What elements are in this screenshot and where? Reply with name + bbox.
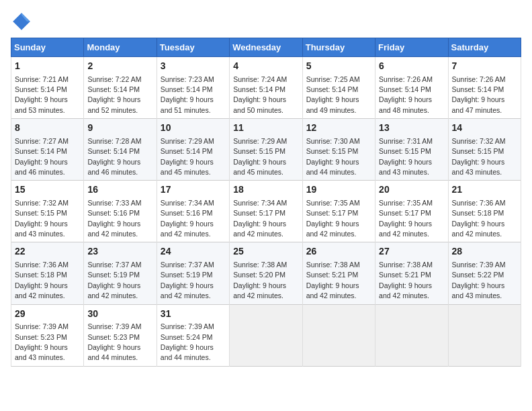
day-cell-12: 12 Sunrise: 7:30 AMSunset: 5:15 PMDaylig… — [302, 119, 375, 181]
day-cell-11: 11 Sunrise: 7:29 AMSunset: 5:15 PMDaylig… — [230, 119, 302, 181]
day-number: 3 — [161, 60, 226, 73]
day-cell-6: 6 Sunrise: 7:26 AMSunset: 5:14 PMDayligh… — [375, 57, 448, 119]
header-sunday: Sunday — [11, 38, 84, 57]
logo — [11, 11, 35, 32]
day-number: 16 — [87, 183, 152, 197]
day-info: Sunrise: 7:23 AMSunset: 5:14 PMDaylight:… — [161, 75, 214, 114]
day-number: 27 — [379, 245, 444, 259]
header-wednesday: Wednesday — [230, 38, 302, 57]
day-info: Sunrise: 7:36 AMSunset: 5:18 PMDaylight:… — [15, 261, 69, 300]
week-row-0: 1 Sunrise: 7:21 AMSunset: 5:14 PMDayligh… — [11, 57, 521, 119]
day-cell-14: 14 Sunrise: 7:32 AMSunset: 5:15 PMDaylig… — [448, 119, 521, 181]
day-number: 1 — [15, 60, 80, 73]
day-cell-23: 23 Sunrise: 7:37 AMSunset: 5:19 PMDaylig… — [84, 242, 157, 304]
day-info: Sunrise: 7:39 AMSunset: 5:22 PMDaylight:… — [452, 261, 506, 300]
empty-cell — [448, 304, 521, 366]
day-cell-21: 21 Sunrise: 7:36 AMSunset: 5:18 PMDaylig… — [448, 181, 521, 242]
empty-cell — [230, 304, 302, 366]
day-cell-22: 22 Sunrise: 7:36 AMSunset: 5:18 PMDaylig… — [11, 242, 84, 304]
day-info: Sunrise: 7:22 AMSunset: 5:14 PMDaylight:… — [87, 75, 141, 114]
day-info: Sunrise: 7:38 AMSunset: 5:21 PMDaylight:… — [379, 261, 433, 300]
header-friday: Friday — [375, 38, 448, 57]
day-info: Sunrise: 7:39 AMSunset: 5:23 PMDaylight:… — [15, 322, 69, 361]
empty-cell — [375, 304, 448, 366]
day-number: 25 — [233, 245, 298, 259]
day-number: 24 — [161, 245, 226, 259]
day-info: Sunrise: 7:24 AMSunset: 5:14 PMDaylight:… — [233, 75, 287, 114]
day-cell-24: 24 Sunrise: 7:37 AMSunset: 5:19 PMDaylig… — [157, 242, 229, 304]
day-info: Sunrise: 7:39 AMSunset: 5:24 PMDaylight:… — [161, 322, 214, 361]
week-row-3: 22 Sunrise: 7:36 AMSunset: 5:18 PMDaylig… — [11, 242, 521, 304]
day-info: Sunrise: 7:25 AMSunset: 5:14 PMDaylight:… — [306, 75, 360, 114]
day-number: 11 — [233, 122, 298, 135]
empty-cell — [302, 304, 375, 366]
day-number: 31 — [161, 308, 226, 321]
day-number: 10 — [161, 122, 226, 135]
calendar-table: SundayMondayTuesdayWednesdayThursdayFrid… — [11, 38, 521, 367]
calendar-header: SundayMondayTuesdayWednesdayThursdayFrid… — [11, 38, 521, 57]
day-info: Sunrise: 7:37 AMSunset: 5:19 PMDaylight:… — [161, 261, 214, 300]
day-info: Sunrise: 7:37 AMSunset: 5:19 PMDaylight:… — [87, 261, 141, 300]
day-number: 20 — [379, 183, 444, 197]
day-info: Sunrise: 7:30 AMSunset: 5:15 PMDaylight:… — [306, 137, 360, 176]
day-number: 29 — [15, 308, 80, 321]
day-cell-15: 15 Sunrise: 7:32 AMSunset: 5:15 PMDaylig… — [11, 181, 84, 242]
day-info: Sunrise: 7:36 AMSunset: 5:18 PMDaylight:… — [452, 199, 506, 238]
day-number: 17 — [161, 183, 226, 197]
day-info: Sunrise: 7:29 AMSunset: 5:15 PMDaylight:… — [233, 137, 287, 176]
day-info: Sunrise: 7:31 AMSunset: 5:15 PMDaylight:… — [379, 137, 433, 176]
day-number: 15 — [15, 183, 80, 197]
day-cell-13: 13 Sunrise: 7:31 AMSunset: 5:15 PMDaylig… — [375, 119, 448, 181]
day-info: Sunrise: 7:39 AMSunset: 5:23 PMDaylight:… — [87, 322, 141, 361]
day-number: 4 — [233, 60, 298, 73]
day-cell-18: 18 Sunrise: 7:34 AMSunset: 5:17 PMDaylig… — [230, 181, 302, 242]
day-cell-26: 26 Sunrise: 7:38 AMSunset: 5:21 PMDaylig… — [302, 242, 375, 304]
day-number: 7 — [452, 60, 517, 73]
day-info: Sunrise: 7:32 AMSunset: 5:15 PMDaylight:… — [452, 137, 506, 176]
day-cell-25: 25 Sunrise: 7:38 AMSunset: 5:20 PMDaylig… — [230, 242, 302, 304]
day-number: 22 — [15, 245, 80, 259]
day-number: 18 — [233, 183, 298, 197]
day-number: 14 — [452, 122, 517, 135]
day-info: Sunrise: 7:28 AMSunset: 5:14 PMDaylight:… — [87, 137, 141, 176]
day-number: 8 — [15, 122, 80, 135]
page-header — [11, 11, 521, 32]
day-cell-10: 10 Sunrise: 7:29 AMSunset: 5:14 PMDaylig… — [157, 119, 229, 181]
day-info: Sunrise: 7:26 AMSunset: 5:14 PMDaylight:… — [452, 75, 506, 114]
day-info: Sunrise: 7:35 AMSunset: 5:17 PMDaylight:… — [306, 199, 360, 238]
day-number: 28 — [452, 245, 517, 259]
day-cell-1: 1 Sunrise: 7:21 AMSunset: 5:14 PMDayligh… — [11, 57, 84, 119]
day-number: 23 — [87, 245, 152, 259]
day-number: 9 — [87, 122, 152, 135]
day-info: Sunrise: 7:32 AMSunset: 5:15 PMDaylight:… — [15, 199, 69, 238]
day-cell-9: 9 Sunrise: 7:28 AMSunset: 5:14 PMDayligh… — [84, 119, 157, 181]
day-info: Sunrise: 7:38 AMSunset: 5:21 PMDaylight:… — [306, 261, 360, 300]
day-cell-31: 31 Sunrise: 7:39 AMSunset: 5:24 PMDaylig… — [157, 304, 229, 366]
day-cell-5: 5 Sunrise: 7:25 AMSunset: 5:14 PMDayligh… — [302, 57, 375, 119]
day-number: 12 — [306, 122, 371, 135]
day-number: 5 — [306, 60, 371, 73]
day-cell-27: 27 Sunrise: 7:38 AMSunset: 5:21 PMDaylig… — [375, 242, 448, 304]
header-monday: Monday — [84, 38, 157, 57]
day-number: 21 — [452, 183, 517, 197]
day-cell-20: 20 Sunrise: 7:35 AMSunset: 5:17 PMDaylig… — [375, 181, 448, 242]
day-info: Sunrise: 7:35 AMSunset: 5:17 PMDaylight:… — [379, 199, 433, 238]
day-info: Sunrise: 7:34 AMSunset: 5:16 PMDaylight:… — [161, 199, 214, 238]
header-tuesday: Tuesday — [157, 38, 229, 57]
day-cell-30: 30 Sunrise: 7:39 AMSunset: 5:23 PMDaylig… — [84, 304, 157, 366]
week-row-2: 15 Sunrise: 7:32 AMSunset: 5:15 PMDaylig… — [11, 181, 521, 242]
day-number: 6 — [379, 60, 444, 73]
logo-icon — [11, 11, 32, 32]
day-info: Sunrise: 7:38 AMSunset: 5:20 PMDaylight:… — [233, 261, 287, 300]
day-number: 13 — [379, 122, 444, 135]
day-number: 26 — [306, 245, 371, 259]
header-thursday: Thursday — [302, 38, 375, 57]
week-row-4: 29 Sunrise: 7:39 AMSunset: 5:23 PMDaylig… — [11, 304, 521, 366]
week-row-1: 8 Sunrise: 7:27 AMSunset: 5:14 PMDayligh… — [11, 119, 521, 181]
day-cell-4: 4 Sunrise: 7:24 AMSunset: 5:14 PMDayligh… — [230, 57, 302, 119]
day-info: Sunrise: 7:29 AMSunset: 5:14 PMDaylight:… — [161, 137, 214, 176]
day-info: Sunrise: 7:26 AMSunset: 5:14 PMDaylight:… — [379, 75, 433, 114]
day-cell-2: 2 Sunrise: 7:22 AMSunset: 5:14 PMDayligh… — [84, 57, 157, 119]
day-cell-8: 8 Sunrise: 7:27 AMSunset: 5:14 PMDayligh… — [11, 119, 84, 181]
day-cell-3: 3 Sunrise: 7:23 AMSunset: 5:14 PMDayligh… — [157, 57, 229, 119]
